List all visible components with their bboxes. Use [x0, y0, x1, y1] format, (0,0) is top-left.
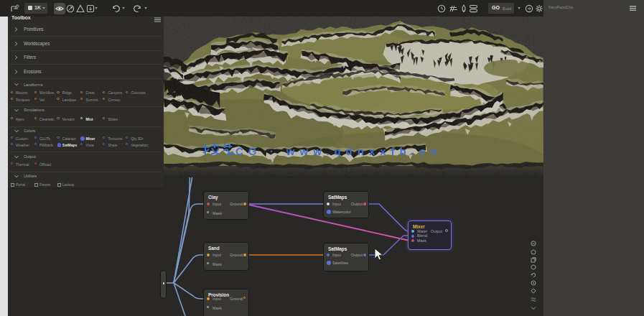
svg-text:CG · www.qdnxxfb.cn: CG · www.qdnxxfb.cn	[235, 145, 442, 157]
